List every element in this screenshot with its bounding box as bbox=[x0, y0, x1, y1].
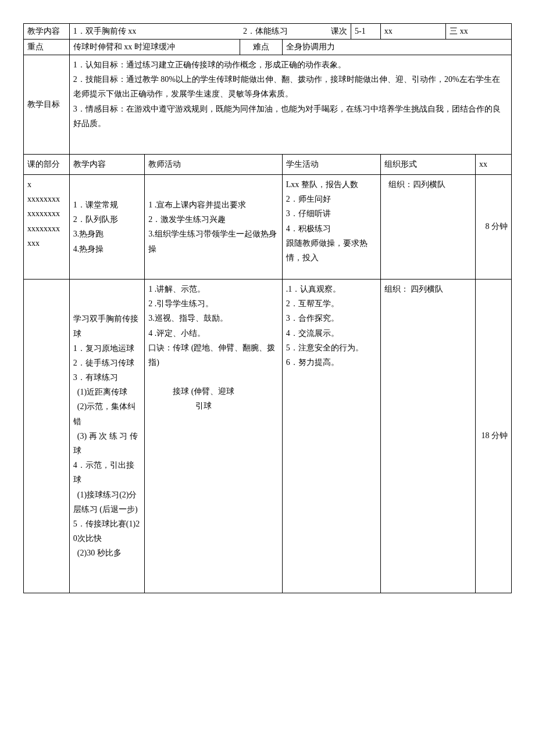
section2-time: 18 分钟 bbox=[475, 279, 511, 593]
row-keypoints: 重点 传球时伸臂和 xx 时迎球缓冲 难点 全身协调用力 bbox=[24, 40, 512, 55]
objectives-content: 1．认知目标：通过练习建立正确传接球的动作概念，形成正确的动作表象。 2．技能目… bbox=[69, 55, 511, 155]
header-org: 组织形式 bbox=[380, 154, 475, 174]
label-teaching-content: 教学内容 bbox=[24, 24, 70, 40]
header-part: 课的部分 bbox=[24, 154, 70, 174]
lesson-number-value: 5-1 bbox=[351, 24, 381, 40]
section2-content: 学习双手胸前传接球 1．复习原地运球 2．徒手练习传球 3．有球练习 (1)近距… bbox=[69, 279, 145, 593]
label-difficulty: 难点 bbox=[240, 40, 282, 55]
keypoint-content: 传球时伸臂和 xx 时迎球缓冲 bbox=[69, 40, 240, 55]
difficulty-content: 全身协调用力 bbox=[282, 40, 511, 55]
section1-teacher: 1 .宣布上课内容并提出要求 2．激发学生练习兴趣 3.组织学生练习带领学生一起… bbox=[145, 174, 282, 279]
section2-teacher: 1 .讲解、示范。 2 .引导学生练习。 3.巡视、指导、鼓励。 4 .评定、小… bbox=[145, 279, 282, 593]
section1-time: 8 分钟 bbox=[475, 174, 511, 279]
section1-student: Lxx 整队，报告人数 2．师生问好 3．仔细听讲 4．积极练习 跟随教师做操，… bbox=[282, 174, 380, 279]
label-keypoint: 重点 bbox=[24, 40, 70, 55]
label-objectives: 教学目标 bbox=[24, 55, 70, 155]
section1-org: 组织：四列横队 bbox=[380, 174, 475, 279]
header-time: xx bbox=[475, 154, 511, 174]
row-objectives: 教学目标 1．认知目标：通过练习建立正确传接球的动作概念，形成正确的动作表象。 … bbox=[24, 55, 512, 155]
xx-label: xx bbox=[380, 24, 446, 40]
teaching-content-1: 1．双手胸前传 xx bbox=[69, 24, 240, 40]
teaching-content-2: 2．体能练习 课次 bbox=[240, 24, 351, 40]
row-section-2: 学习双手胸前传接球 1．复习原地运球 2．徒手练习传球 3．有球练习 (1)近距… bbox=[24, 279, 512, 593]
row-teaching-content: 教学内容 1．双手胸前传 xx 2．体能练习 课次 5-1 xx 三 xx bbox=[24, 24, 512, 40]
section1-content: 1．课堂常规 2．队列队形 3.热身跑 4.热身操 bbox=[69, 174, 145, 279]
section2-part bbox=[24, 279, 70, 593]
xx-value: 三 xx bbox=[446, 24, 512, 40]
section2-org: 组织： 四列横队 bbox=[380, 279, 475, 593]
row-section-headers: 课的部分 教学内容 教师活动 学生活动 组织形式 xx bbox=[24, 154, 512, 174]
header-teacher: 教师活动 bbox=[145, 154, 282, 174]
row-section-1: x xxxxxxxx xxxxxxxx xxxxxxxx xxx 1．课堂常规 … bbox=[24, 174, 512, 279]
header-content: 教学内容 bbox=[69, 154, 145, 174]
section1-part: x xxxxxxxx xxxxxxxx xxxxxxxx xxx bbox=[24, 174, 70, 279]
lesson-plan-table: 教学内容 1．双手胸前传 xx 2．体能练习 课次 5-1 xx 三 xx 重点… bbox=[23, 23, 512, 593]
section2-student: .1．认真观察。 2．互帮互学。 3．合作探究。 4．交流展示。 5．注意安全的… bbox=[282, 279, 380, 593]
header-student: 学生活动 bbox=[282, 154, 380, 174]
